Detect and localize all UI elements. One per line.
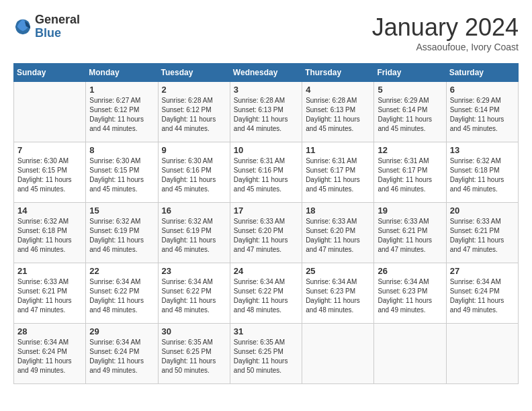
day-number: 7 — [17, 145, 82, 155]
day-number: 6 — [450, 85, 515, 95]
day-info: Sunrise: 6:33 AM Sunset: 6:20 PM Dayligh… — [306, 217, 370, 255]
day-number: 28 — [17, 326, 82, 336]
calendar-cell: 16Sunrise: 6:32 AM Sunset: 6:19 PM Dayli… — [158, 203, 230, 263]
calendar-cell: 22Sunrise: 6:34 AM Sunset: 6:22 PM Dayli… — [86, 263, 158, 324]
day-number: 14 — [17, 205, 82, 216]
day-number: 9 — [162, 145, 226, 155]
calendar-cell: 13Sunrise: 6:32 AM Sunset: 6:18 PM Dayli… — [446, 142, 518, 203]
day-info: Sunrise: 6:32 AM Sunset: 6:19 PM Dayligh… — [89, 217, 154, 255]
calendar-cell: 1Sunrise: 6:27 AM Sunset: 6:12 PM Daylig… — [86, 82, 158, 142]
logo-general: General — [35, 13, 80, 27]
calendar-cell: 3Sunrise: 6:28 AM Sunset: 6:13 PM Daylig… — [230, 82, 302, 142]
day-info: Sunrise: 6:34 AM Sunset: 6:22 PM Dayligh… — [162, 277, 226, 315]
day-info: Sunrise: 6:34 AM Sunset: 6:22 PM Dayligh… — [89, 277, 154, 315]
day-info: Sunrise: 6:33 AM Sunset: 6:21 PM Dayligh… — [378, 217, 442, 255]
day-number: 8 — [89, 145, 154, 155]
location-subtitle: Assaoufoue, Ivory Coast — [372, 42, 519, 52]
day-info: Sunrise: 6:28 AM Sunset: 6:13 PM Dayligh… — [306, 96, 370, 134]
month-title: January 2024 — [372, 13, 519, 42]
day-info: Sunrise: 6:31 AM Sunset: 6:16 PM Dayligh… — [234, 156, 298, 194]
day-info: Sunrise: 6:34 AM Sunset: 6:24 PM Dayligh… — [450, 277, 515, 315]
day-info: Sunrise: 6:30 AM Sunset: 6:16 PM Dayligh… — [162, 156, 226, 194]
day-number: 20 — [450, 205, 515, 216]
day-info: Sunrise: 6:27 AM Sunset: 6:12 PM Dayligh… — [89, 96, 154, 134]
logo-icon — [13, 17, 32, 36]
col-header-friday: Friday — [374, 64, 446, 82]
col-header-monday: Monday — [86, 64, 158, 82]
calendar-cell: 10Sunrise: 6:31 AM Sunset: 6:16 PM Dayli… — [230, 142, 302, 203]
calendar-cell: 12Sunrise: 6:31 AM Sunset: 6:17 PM Dayli… — [374, 142, 446, 203]
day-number: 27 — [450, 266, 515, 276]
day-info: Sunrise: 6:28 AM Sunset: 6:12 PM Dayligh… — [162, 96, 226, 134]
calendar-cell: 24Sunrise: 6:34 AM Sunset: 6:22 PM Dayli… — [230, 263, 302, 324]
calendar-cell: 6Sunrise: 6:29 AM Sunset: 6:14 PM Daylig… — [446, 82, 518, 142]
calendar-cell: 7Sunrise: 6:30 AM Sunset: 6:15 PM Daylig… — [14, 142, 86, 203]
day-info: Sunrise: 6:30 AM Sunset: 6:15 PM Dayligh… — [89, 156, 154, 194]
day-info: Sunrise: 6:29 AM Sunset: 6:14 PM Dayligh… — [450, 96, 515, 134]
day-number: 26 — [378, 266, 442, 276]
day-info: Sunrise: 6:29 AM Sunset: 6:14 PM Dayligh… — [378, 96, 442, 134]
day-number: 25 — [306, 266, 370, 276]
col-header-thursday: Thursday — [302, 64, 374, 82]
day-info: Sunrise: 6:34 AM Sunset: 6:24 PM Dayligh… — [89, 338, 154, 375]
page-header: General Blue January 2024 Assaoufoue, Iv… — [13, 13, 519, 52]
day-number: 5 — [378, 85, 442, 95]
col-header-sunday: Sunday — [14, 64, 86, 82]
calendar-table: SundayMondayTuesdayWednesdayThursdayFrid… — [13, 63, 519, 384]
calendar-cell: 4Sunrise: 6:28 AM Sunset: 6:13 PM Daylig… — [302, 82, 374, 142]
calendar-cell: 31Sunrise: 6:35 AM Sunset: 6:25 PM Dayli… — [230, 324, 302, 384]
day-number: 2 — [162, 85, 226, 95]
day-info: Sunrise: 6:32 AM Sunset: 6:18 PM Dayligh… — [17, 217, 82, 255]
day-number: 3 — [234, 85, 298, 95]
day-info: Sunrise: 6:31 AM Sunset: 6:17 PM Dayligh… — [306, 156, 370, 194]
day-number: 22 — [89, 266, 154, 276]
col-header-tuesday: Tuesday — [158, 64, 230, 82]
day-info: Sunrise: 6:35 AM Sunset: 6:25 PM Dayligh… — [162, 338, 226, 375]
day-number: 12 — [378, 145, 442, 155]
day-number: 10 — [234, 145, 298, 155]
day-info: Sunrise: 6:34 AM Sunset: 6:23 PM Dayligh… — [378, 277, 442, 315]
calendar-cell: 15Sunrise: 6:32 AM Sunset: 6:19 PM Dayli… — [86, 203, 158, 263]
calendar-cell — [14, 82, 86, 142]
day-number: 16 — [162, 205, 226, 216]
logo: General Blue — [13, 13, 80, 40]
calendar-cell: 26Sunrise: 6:34 AM Sunset: 6:23 PM Dayli… — [374, 263, 446, 324]
calendar-cell: 28Sunrise: 6:34 AM Sunset: 6:24 PM Dayli… — [14, 324, 86, 384]
calendar-cell: 9Sunrise: 6:30 AM Sunset: 6:16 PM Daylig… — [158, 142, 230, 203]
day-number: 21 — [17, 266, 82, 276]
day-info: Sunrise: 6:32 AM Sunset: 6:18 PM Dayligh… — [450, 156, 515, 194]
day-info: Sunrise: 6:33 AM Sunset: 6:20 PM Dayligh… — [234, 217, 298, 255]
calendar-cell: 5Sunrise: 6:29 AM Sunset: 6:14 PM Daylig… — [374, 82, 446, 142]
col-header-saturday: Saturday — [446, 64, 518, 82]
logo-blue: Blue — [35, 27, 80, 40]
week-row-4: 21Sunrise: 6:33 AM Sunset: 6:21 PM Dayli… — [14, 263, 519, 324]
calendar-cell: 29Sunrise: 6:34 AM Sunset: 6:24 PM Dayli… — [86, 324, 158, 384]
day-info: Sunrise: 6:34 AM Sunset: 6:23 PM Dayligh… — [306, 277, 370, 315]
header-row: SundayMondayTuesdayWednesdayThursdayFrid… — [14, 64, 519, 82]
day-number: 11 — [306, 145, 370, 155]
calendar-cell: 30Sunrise: 6:35 AM Sunset: 6:25 PM Dayli… — [158, 324, 230, 384]
calendar-cell: 19Sunrise: 6:33 AM Sunset: 6:21 PM Dayli… — [374, 203, 446, 263]
day-number: 4 — [306, 85, 370, 95]
day-info: Sunrise: 6:34 AM Sunset: 6:24 PM Dayligh… — [17, 338, 82, 375]
calendar-cell: 25Sunrise: 6:34 AM Sunset: 6:23 PM Dayli… — [302, 263, 374, 324]
week-row-2: 7Sunrise: 6:30 AM Sunset: 6:15 PM Daylig… — [14, 142, 519, 203]
calendar-cell: 2Sunrise: 6:28 AM Sunset: 6:12 PM Daylig… — [158, 82, 230, 142]
calendar-cell — [302, 324, 374, 384]
calendar-cell: 20Sunrise: 6:33 AM Sunset: 6:21 PM Dayli… — [446, 203, 518, 263]
day-number: 13 — [450, 145, 515, 155]
calendar-cell: 11Sunrise: 6:31 AM Sunset: 6:17 PM Dayli… — [302, 142, 374, 203]
calendar-cell — [374, 324, 446, 384]
day-info: Sunrise: 6:30 AM Sunset: 6:15 PM Dayligh… — [17, 156, 82, 194]
day-info: Sunrise: 6:33 AM Sunset: 6:21 PM Dayligh… — [450, 217, 515, 255]
week-row-5: 28Sunrise: 6:34 AM Sunset: 6:24 PM Dayli… — [14, 324, 519, 384]
calendar-cell: 27Sunrise: 6:34 AM Sunset: 6:24 PM Dayli… — [446, 263, 518, 324]
day-info: Sunrise: 6:28 AM Sunset: 6:13 PM Dayligh… — [234, 96, 298, 134]
calendar-cell: 23Sunrise: 6:34 AM Sunset: 6:22 PM Dayli… — [158, 263, 230, 324]
week-row-1: 1Sunrise: 6:27 AM Sunset: 6:12 PM Daylig… — [14, 82, 519, 142]
day-number: 18 — [306, 205, 370, 216]
col-header-wednesday: Wednesday — [230, 64, 302, 82]
day-number: 19 — [378, 205, 442, 216]
day-info: Sunrise: 6:31 AM Sunset: 6:17 PM Dayligh… — [378, 156, 442, 194]
day-number: 31 — [234, 326, 298, 336]
